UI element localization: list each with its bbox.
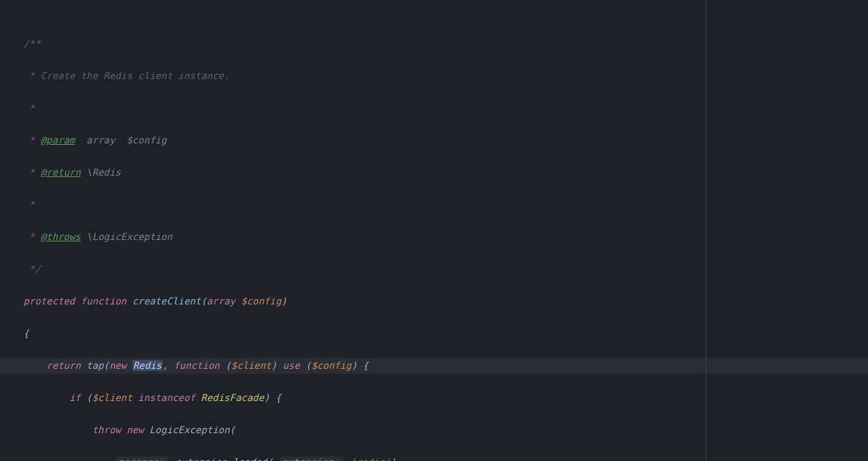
code-line: /** [0, 36, 868, 52]
code-line: protected function createClient(array $c… [0, 293, 868, 310]
doc-close: */ [23, 263, 40, 274]
param-hint-extension: extension: [280, 457, 343, 461]
kw-new: new [109, 360, 126, 371]
kw-instanceof: instanceof [138, 392, 195, 403]
doc-return-tag: @return [40, 167, 81, 178]
code-line: { [0, 326, 868, 342]
var-config: $config [311, 360, 351, 371]
code-line: * @throws \LogicException [0, 229, 868, 245]
code-line: * [0, 100, 868, 116]
str-redis: 'redis' [351, 457, 391, 461]
kw-if: if [70, 392, 81, 403]
kw-array: array [206, 296, 235, 307]
class-redisfacade: RedisFacade [201, 392, 264, 403]
doc-param-var: $config [127, 135, 167, 146]
code-line: throw new LogicException( [0, 422, 868, 438]
doc-line: * [23, 199, 35, 210]
doc-throws-type: \LogicException [81, 231, 172, 242]
kw-use: use [283, 360, 299, 371]
code-line: * [0, 197, 868, 213]
code-line: * @param array $config [0, 132, 868, 149]
kw-protected: protected [23, 296, 75, 307]
var-client: $client [92, 392, 132, 403]
doc-open: /** [23, 38, 40, 49]
code-line: */ [0, 261, 868, 277]
code-editor[interactable]: /** * Create the Redis client instance. … [0, 0, 868, 461]
param-hint-message: message: [116, 457, 168, 461]
code-line: if ($client instanceof RedisFacade) { [0, 390, 868, 406]
code-line: * Create the Redis client instance. [0, 68, 868, 84]
fn-name: createClient [132, 296, 201, 307]
var-client: $client [231, 360, 272, 371]
doc-line: * Create the Redis client instance. [23, 70, 230, 81]
doc-return-type: \Redis [81, 167, 121, 178]
kw-function: function [174, 360, 220, 371]
fn-tap: tap [86, 360, 103, 371]
kw-new: new [127, 424, 143, 435]
doc-param-type: array [75, 135, 126, 146]
class-logicexception: LogicException [149, 424, 230, 435]
brace-open: { [23, 328, 29, 339]
selected-text: Redis [132, 360, 162, 371]
kw-return: return [46, 360, 81, 371]
code-line: * @return \Redis [0, 165, 868, 181]
kw-throw: throw [92, 424, 121, 435]
kw-function: function [81, 296, 127, 307]
doc-throws-tag: @throws [40, 231, 81, 242]
var-config: $config [241, 296, 281, 307]
doc-line: * [23, 102, 35, 113]
code-line: message: extension_loaded( extension: 'r… [0, 454, 868, 461]
doc-param-tag: @param [40, 135, 75, 146]
code-line-highlighted: return tap(new Redis, function ($client)… [0, 358, 868, 374]
fn-extension-loaded: extension_loaded [176, 457, 267, 461]
ruler-line [706, 0, 706, 461]
